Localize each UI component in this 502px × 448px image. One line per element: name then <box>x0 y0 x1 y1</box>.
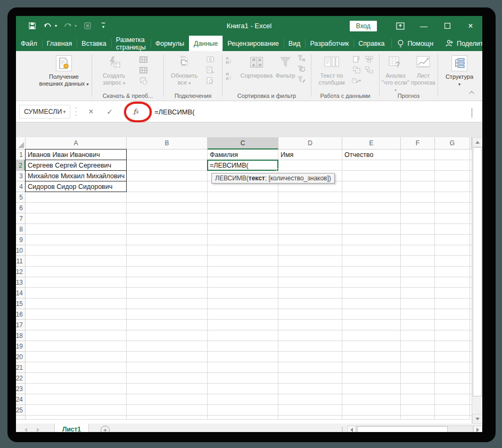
remove-duplicates-icon[interactable] <box>352 66 361 74</box>
cell-a3[interactable]: Михайлов Михаил Михайлович <box>26 171 127 181</box>
cell-c13[interactable] <box>208 277 278 288</box>
edit-links-icon[interactable] <box>205 77 215 85</box>
cell-f9[interactable] <box>401 235 435 245</box>
cell-a15[interactable] <box>26 298 127 309</box>
clear-filter-icon[interactable] <box>297 54 306 62</box>
cell-a18[interactable] <box>26 330 127 341</box>
cell-g24[interactable] <box>435 394 470 405</box>
cell-b13[interactable] <box>127 277 208 288</box>
sign-in-button[interactable]: Вход <box>350 21 377 31</box>
cell-c7[interactable] <box>208 213 278 224</box>
advanced-filter-icon[interactable] <box>297 76 306 84</box>
row-header-21[interactable]: 21 <box>16 362 26 373</box>
cell-f19[interactable] <box>401 341 435 352</box>
collapse-ribbon-button[interactable] <box>467 89 477 96</box>
cell-d12[interactable] <box>278 267 342 277</box>
cell-a12[interactable] <box>26 267 127 277</box>
cell-e22[interactable] <box>342 373 401 384</box>
row-header-25[interactable]: 25 <box>16 405 26 416</box>
from-table-icon[interactable] <box>139 55 148 63</box>
cell-partial-bottom[interactable] <box>26 416 127 420</box>
cell-d10[interactable] <box>278 245 342 256</box>
outline-button[interactable]: Структура▾ <box>441 55 478 87</box>
cell-a7[interactable] <box>26 213 127 224</box>
cell-a10[interactable] <box>26 245 127 256</box>
cell-b1[interactable] <box>127 150 208 160</box>
cell-e5[interactable] <box>342 192 401 203</box>
cell-e7[interactable] <box>342 213 401 224</box>
row-header-5[interactable]: 5 <box>16 192 26 203</box>
tab-файл[interactable]: Файл <box>16 36 42 51</box>
tab-рецензирование[interactable]: Рецензирование <box>223 36 284 51</box>
get-external-data-button[interactable]: Получение внешних данных ▾ <box>37 55 90 87</box>
row-header-10[interactable]: 10 <box>16 245 26 256</box>
cell-d11[interactable] <box>278 256 342 267</box>
consolidate-icon[interactable] <box>365 55 374 63</box>
sort-button[interactable]: ЯААЯ Сортировка <box>237 54 276 79</box>
expand-formula-bar-button[interactable] <box>472 109 478 114</box>
qat-customize-button[interactable]: ▔▾ <box>98 21 109 31</box>
cell-e18[interactable] <box>342 330 401 341</box>
maximize-button[interactable] <box>435 16 459 36</box>
data-validation-icon[interactable]: ▾ <box>352 77 361 85</box>
cell-g7[interactable] <box>435 213 470 224</box>
cell-g1[interactable] <box>435 150 470 160</box>
tab-данные[interactable]: Данные <box>189 36 223 51</box>
undo-dropdown-caret[interactable]: ▾ <box>55 23 57 28</box>
cell-f1[interactable] <box>401 150 435 160</box>
cell-b4[interactable] <box>127 181 208 192</box>
cell-g12[interactable] <box>435 267 470 277</box>
formula-input[interactable]: =ЛЕВСИМВ( <box>154 101 466 122</box>
cell-c1[interactable]: Фамилия <box>208 150 278 160</box>
cell-b23[interactable] <box>127 384 208 394</box>
cell-f2[interactable] <box>401 160 435 171</box>
name-box[interactable]: СУММЕСЛИ ▼ <box>19 105 70 119</box>
cell-b14[interactable] <box>127 288 208 298</box>
row-header-22[interactable]: 22 <box>16 373 26 384</box>
cell-a8[interactable] <box>26 224 127 235</box>
cell-d16[interactable] <box>278 309 342 320</box>
cell-f8[interactable] <box>401 224 435 235</box>
row-header-8[interactable]: 8 <box>16 224 26 235</box>
redo-dropdown-caret[interactable]: ▾ <box>75 23 77 28</box>
cell-a9[interactable] <box>26 235 127 245</box>
cell-f25[interactable] <box>401 405 435 416</box>
cell-c17[interactable] <box>208 320 278 330</box>
cell-d20[interactable] <box>278 352 342 362</box>
cancel-button[interactable]: × <box>84 105 98 119</box>
close-button[interactable]: × <box>459 16 482 36</box>
column-header-f[interactable]: F <box>401 137 435 150</box>
row-header-19[interactable]: 19 <box>16 341 26 352</box>
cell-e8[interactable] <box>342 224 401 235</box>
cell-f3[interactable] <box>401 171 435 181</box>
cell-f5[interactable] <box>401 192 435 203</box>
cell-d15[interactable] <box>278 298 342 309</box>
add-sheet-button[interactable]: + <box>101 426 110 433</box>
cell-g21[interactable] <box>435 362 470 373</box>
scroll-left-button[interactable] <box>347 426 356 433</box>
cell-e25[interactable] <box>342 405 401 416</box>
cell-d21[interactable] <box>278 362 342 373</box>
cell-e15[interactable] <box>342 298 401 309</box>
cell-f18[interactable] <box>401 330 435 341</box>
cell-b12[interactable] <box>127 267 208 277</box>
cell-c15[interactable] <box>208 298 278 309</box>
cell-g10[interactable] <box>435 245 470 256</box>
relationships-icon[interactable] <box>365 66 374 74</box>
cell-e19[interactable] <box>342 341 401 352</box>
help-assistant-label[interactable]: Помощн <box>407 40 433 47</box>
cell-partial-bottom[interactable] <box>208 416 278 420</box>
cell-a23[interactable] <box>26 384 127 394</box>
cell-c9[interactable] <box>208 235 278 245</box>
from-table-range-icon[interactable] <box>139 66 148 74</box>
cell-d24[interactable] <box>278 394 342 405</box>
cell-e14[interactable] <box>342 288 401 298</box>
cell-d14[interactable] <box>278 288 342 298</box>
row-header-6[interactable]: 6 <box>16 203 26 213</box>
cell-c20[interactable] <box>208 352 278 362</box>
cell-g9[interactable] <box>435 235 470 245</box>
cell-a6[interactable] <box>26 203 127 213</box>
cell-f14[interactable] <box>401 288 435 298</box>
recent-sources-icon[interactable] <box>139 77 148 85</box>
cell-a5[interactable] <box>26 192 127 203</box>
